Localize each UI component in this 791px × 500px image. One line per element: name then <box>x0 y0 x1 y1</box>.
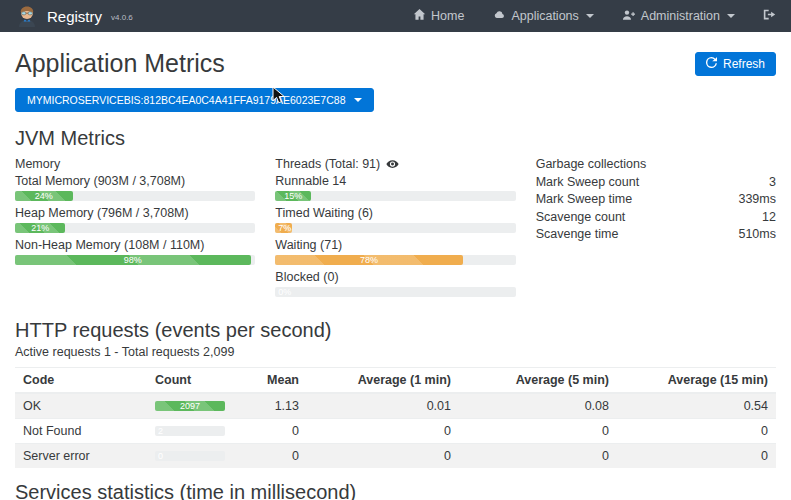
progress-bar: 0 <box>155 451 225 461</box>
progress-bar: 2097 <box>155 401 225 411</box>
instance-selector-dropdown[interactable]: MYMICROSERVICEBIS:812BC4EA0C4A41FFA9179A… <box>15 88 374 112</box>
threads-title: Threads (Total: 91) <box>275 157 515 171</box>
progress-bar: 21% <box>15 223 255 233</box>
sign-out-icon <box>763 8 776 24</box>
gc-value: 3 <box>769 174 776 191</box>
nav-item-administration[interactable]: Administration <box>622 9 735 24</box>
gc-value: 12 <box>762 209 776 226</box>
http-mean-cell: 0 <box>259 419 307 444</box>
http-table-row: Server error00000 <box>15 444 776 469</box>
gc-row: Mark Sweep time339ms <box>536 191 776 208</box>
metric-label: Timed Waiting (6) <box>275 206 515 220</box>
navbar: Registry v4.0.6 HomeApplicationsAdminist… <box>0 0 791 32</box>
jvm-metrics-heading: JVM Metrics <box>15 127 776 150</box>
http-avg5-cell: 0.08 <box>459 393 617 419</box>
http-table-row: Not Found20000 <box>15 419 776 444</box>
gc-label: Scavenge count <box>536 209 626 226</box>
http-col-header: Count <box>147 368 259 394</box>
metric-label: Non-Heap Memory (108M / 110M) <box>15 238 255 252</box>
refresh-button[interactable]: Refresh <box>695 52 776 76</box>
http-avg5-cell: 0 <box>459 419 617 444</box>
gc-label: Scavenge time <box>536 226 619 243</box>
http-requests-table: CodeCountMeanAverage (1 min)Average (5 m… <box>15 367 776 468</box>
http-mean-cell: 0 <box>259 444 307 469</box>
jvm-metrics-grid: Memory Total Memory (903M / 3,708M)24%He… <box>15 157 776 302</box>
progress-bar: 15% <box>275 191 515 201</box>
http-table-row: OK20971.130.010.080.54 <box>15 393 776 419</box>
jhipster-avatar-logo <box>15 4 39 28</box>
http-avg5-cell: 0 <box>459 444 617 469</box>
brand-version: v4.0.6 <box>111 13 133 22</box>
eye-icon[interactable] <box>386 159 399 170</box>
memory-title: Memory <box>15 157 255 171</box>
progress-bar: 0% <box>275 287 515 297</box>
http-count-cell: 2 <box>147 419 259 444</box>
progress-bar: 98% <box>15 255 255 265</box>
nav-links: HomeApplicationsAdministration <box>413 8 776 24</box>
nav-item-home[interactable]: Home <box>413 8 464 24</box>
gc-value: 510ms <box>738 226 776 243</box>
nav-item-applications[interactable]: Applications <box>492 9 593 24</box>
metric-label: Waiting (71) <box>275 238 515 252</box>
http-avg1-cell: 0 <box>307 419 459 444</box>
sign-out-button[interactable] <box>763 8 776 24</box>
memory-column: Memory Total Memory (903M / 3,708M)24%He… <box>15 157 255 302</box>
http-avg15-cell: 0.54 <box>617 393 776 419</box>
metric-label: Blocked (0) <box>275 270 515 284</box>
main-content: Application Metrics Refresh MYMICROSERVI… <box>0 49 791 500</box>
http-count-cell: 2097 <box>147 393 259 419</box>
gc-row: Scavenge count12 <box>536 209 776 226</box>
metric-label: Total Memory (903M / 3,708M) <box>15 174 255 188</box>
gc-value: 339ms <box>738 191 776 208</box>
http-col-header: Code <box>15 368 147 394</box>
user-plus-icon <box>622 9 636 24</box>
gc-label: Mark Sweep time <box>536 191 633 208</box>
services-statistics-heading: Services statistics (time in millisecond… <box>15 481 776 500</box>
chevron-down-icon <box>727 14 735 18</box>
gc-row: Mark Sweep count3 <box>536 174 776 191</box>
gc-label: Mark Sweep count <box>536 174 640 191</box>
cloud-icon <box>492 9 506 24</box>
brand-home-link[interactable]: Registry v4.0.6 <box>15 4 133 28</box>
http-requests-subtitle: Active requests 1 - Total requests 2,099 <box>15 345 776 359</box>
http-code-cell: Server error <box>15 444 147 469</box>
progress-bar: 7% <box>275 223 515 233</box>
refresh-icon <box>706 57 717 71</box>
threads-column: Threads (Total: 91) Runnable 1415%Timed … <box>275 157 515 302</box>
page-title: Application Metrics <box>15 49 225 78</box>
http-col-header: Average (15 min) <box>617 368 776 394</box>
http-code-cell: OK <box>15 393 147 419</box>
progress-bar: 24% <box>15 191 255 201</box>
http-requests-heading: HTTP requests (events per second) <box>15 319 776 342</box>
http-count-cell: 0 <box>147 444 259 469</box>
http-avg15-cell: 0 <box>617 444 776 469</box>
http-col-header: Mean <box>259 368 307 394</box>
http-avg1-cell: 0 <box>307 444 459 469</box>
chevron-down-icon <box>354 98 362 102</box>
gc-title: Garbage collections <box>536 157 776 171</box>
progress-bar: 2 <box>155 426 225 436</box>
metric-label: Runnable 14 <box>275 174 515 188</box>
http-code-cell: Not Found <box>15 419 147 444</box>
http-avg15-cell: 0 <box>617 419 776 444</box>
gc-row: Scavenge time510ms <box>536 226 776 243</box>
http-col-header: Average (5 min) <box>459 368 617 394</box>
garbage-collections-column: Garbage collections Mark Sweep count3Mar… <box>536 157 776 302</box>
http-avg1-cell: 0.01 <box>307 393 459 419</box>
http-col-header: Average (1 min) <box>307 368 459 394</box>
metric-label: Heap Memory (796M / 3,708M) <box>15 206 255 220</box>
http-mean-cell: 1.13 <box>259 393 307 419</box>
brand-name: Registry <box>47 8 102 25</box>
page-header: Application Metrics Refresh <box>15 49 776 78</box>
progress-bar: 78% <box>275 255 515 265</box>
home-icon <box>413 8 426 24</box>
chevron-down-icon <box>586 14 594 18</box>
